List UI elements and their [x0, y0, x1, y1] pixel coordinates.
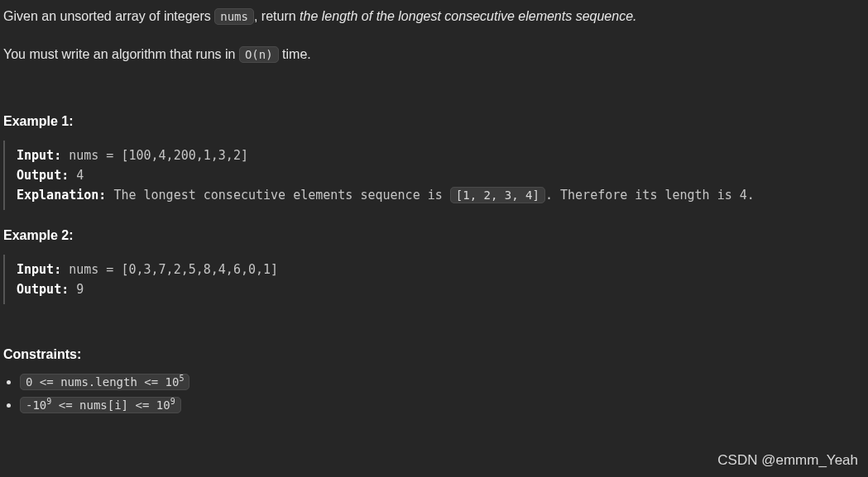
example-1-heading: Example 1:	[3, 114, 865, 129]
problem-description: Given an unsorted array of integers nums…	[0, 0, 868, 413]
desc-italic: the length of the longest consecutive el…	[300, 9, 636, 23]
ex1-input-label: Input:	[17, 148, 61, 163]
ex1-input-value: nums = [100,4,200,1,3,2]	[61, 148, 248, 163]
c1-sup: 5	[179, 374, 184, 383]
desc-text-1: Given an unsorted array of integers	[3, 9, 214, 23]
ex1-explanation-code: [1, 2, 3, 4]	[450, 187, 545, 203]
ex2-input-value: nums = [0,3,7,2,5,8,4,6,0,1]	[61, 262, 278, 277]
constraint-2: -109 <= nums[i] <= 109	[20, 398, 865, 413]
c1-text: 0 <= nums.length <= 10	[26, 375, 179, 389]
description-line-1: Given an unsorted array of integers nums…	[3, 7, 865, 26]
code-on: O(n)	[239, 46, 279, 63]
desc-text-4: time.	[279, 47, 311, 61]
c2-sup2: 9	[170, 398, 175, 407]
description-line-2: You must write an algorithm that runs in…	[3, 45, 865, 64]
ex1-output-label: Output:	[17, 168, 69, 183]
constraint-1-code: 0 <= nums.length <= 105	[20, 374, 189, 390]
ex1-explanation-1: The longest consecutive elements sequenc…	[106, 188, 449, 203]
example-1-block: Input: nums = [100,4,200,1,3,2] Output: …	[3, 141, 865, 210]
ex1-output-value: 4	[69, 168, 84, 183]
c2-text-b: <= nums[i] <= 10	[51, 398, 170, 412]
ex2-output-label: Output:	[17, 282, 69, 297]
watermark: CSDN @emmm_Yeah	[717, 452, 858, 469]
ex1-explanation-2: . Therefore its length is 4.	[545, 188, 755, 203]
ex1-explanation-label: Explanation:	[17, 188, 106, 203]
code-nums: nums	[214, 8, 254, 25]
constraints-list: 0 <= nums.length <= 105 -109 <= nums[i] …	[3, 374, 865, 413]
desc-text-2: , return	[254, 9, 300, 23]
c2-text-a: -10	[26, 398, 46, 412]
ex2-output-value: 9	[69, 282, 84, 297]
constraint-1: 0 <= nums.length <= 105	[20, 374, 865, 389]
example-2-block: Input: nums = [0,3,7,2,5,8,4,6,0,1] Outp…	[3, 255, 865, 304]
ex2-input-label: Input:	[17, 262, 61, 277]
constraint-2-code: -109 <= nums[i] <= 109	[20, 397, 181, 413]
constraints-heading: Constraints:	[3, 347, 865, 362]
example-2-heading: Example 2:	[3, 228, 865, 243]
desc-text-3: You must write an algorithm that runs in	[3, 47, 239, 61]
